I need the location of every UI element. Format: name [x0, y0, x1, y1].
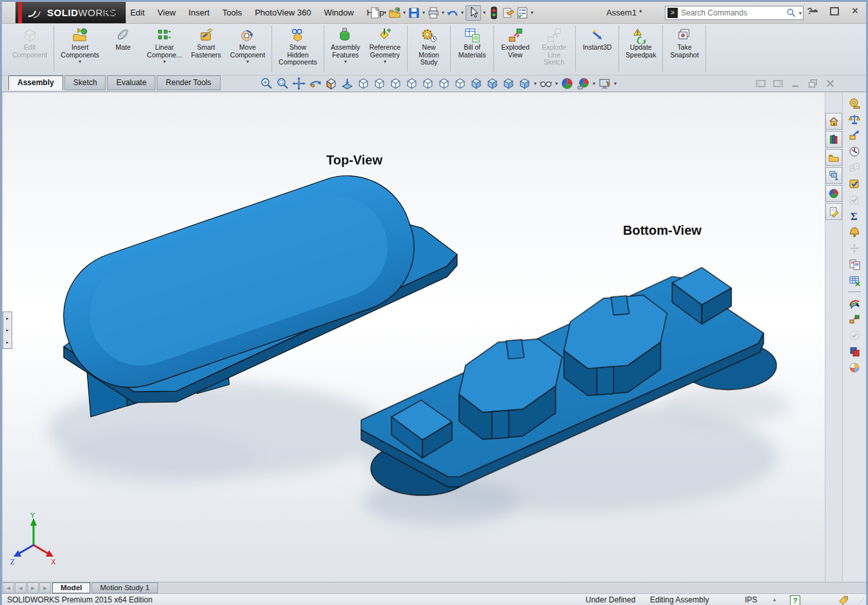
rebuild-traffic-light-button[interactable] — [488, 6, 500, 19]
search-commands-box[interactable]: > ▾ — [665, 6, 804, 20]
units-caret-icon[interactable]: ▴ — [773, 597, 776, 602]
undo-caret-icon[interactable]: ▾ — [461, 10, 464, 15]
shaded-cube-button[interactable] — [518, 77, 531, 90]
measure-tape-button[interactable] — [847, 96, 862, 110]
color-squares-button[interactable] — [847, 344, 862, 359]
shaded-cube-button[interactable] — [469, 77, 483, 90]
tab-assembly[interactable]: Assembly — [8, 75, 63, 90]
close-button[interactable]: × — [848, 5, 862, 17]
hide-show-glasses-caret-icon[interactable]: ▾ — [555, 81, 558, 86]
mate-button[interactable]: Mate — [104, 25, 143, 52]
menu-item-photoview-360[interactable]: PhotoView 360 — [248, 8, 317, 17]
minimize-button[interactable] — [807, 5, 821, 17]
assembly-scene[interactable] — [3, 92, 825, 581]
search-input[interactable] — [680, 8, 786, 18]
scene-ball-caret-icon[interactable]: ▾ — [593, 81, 595, 86]
file-properties-button[interactable] — [502, 6, 515, 19]
zoom-to-fit-button[interactable] — [260, 77, 273, 90]
dropdown-caret-icon[interactable]: ▾ — [246, 59, 249, 64]
win-min-button[interactable] — [789, 77, 802, 92]
hide-show-glasses-button[interactable] — [539, 77, 553, 90]
search-icon[interactable] — [786, 8, 796, 18]
smart-fasteners-button[interactable]: SmartFasteners — [186, 25, 226, 59]
insert-components-button[interactable]: InsertComponents▾ — [56, 25, 104, 64]
next-tab-button[interactable]: ▶ — [27, 582, 39, 593]
view-cube-button[interactable] — [373, 77, 386, 90]
task-pane-tab-design-library-books[interactable] — [825, 131, 842, 148]
shaded-cube-button[interactable] — [486, 77, 499, 90]
show-hidden-components-button[interactable]: ShowHiddenComponents — [274, 25, 322, 66]
multi-sphere-button[interactable] — [847, 361, 862, 375]
new-motion-study-button[interactable]: NewMotionStudy — [409, 25, 448, 66]
units-selector[interactable]: IPS — [745, 595, 757, 604]
prev-tab-button[interactable]: ◀ — [15, 582, 26, 593]
move-component-button[interactable]: MoveComponent▾ — [226, 25, 270, 64]
task-pane-tab-custom-properties-page[interactable] — [825, 203, 842, 220]
last-tab-button[interactable]: ▶ — [39, 582, 51, 593]
mass-properties-scale-button[interactable] — [847, 112, 862, 126]
view-settings-monitor-caret-icon[interactable]: ▾ — [614, 81, 616, 86]
alarm-bell-button[interactable] — [847, 225, 862, 239]
performance-clock-button[interactable] — [847, 144, 862, 159]
reference-geometry-button[interactable]: ReferenceGeometry▾ — [365, 25, 405, 64]
task-pane-tab-appearances-ball[interactable] — [825, 185, 842, 202]
equations-sigma-button[interactable]: Σ — [847, 209, 862, 223]
menu-item-file[interactable]: File — [97, 8, 124, 17]
print-button[interactable] — [427, 6, 440, 19]
bill-of-materials-button[interactable]: Bill ofMaterials — [453, 25, 491, 59]
shaded-cube-button[interactable] — [502, 77, 515, 90]
check-document-button[interactable] — [847, 177, 862, 191]
search-caret-icon[interactable]: ▾ — [799, 10, 802, 16]
take-snapshot-button[interactable]: TakeSnapshot — [665, 25, 704, 59]
undo-button[interactable] — [446, 6, 459, 19]
tab-render-tools[interactable]: Render Tools — [157, 75, 221, 90]
normal-to-button[interactable] — [340, 77, 354, 90]
dropdown-caret-icon[interactable]: ▾ — [79, 59, 81, 64]
view-cube-button[interactable] — [453, 77, 467, 90]
doc-tab-model[interactable]: Model — [52, 582, 90, 593]
tag-icon[interactable] — [838, 595, 849, 605]
tab-sketch[interactable]: Sketch — [64, 75, 106, 90]
split-pane-right-button[interactable] — [772, 77, 784, 92]
view-cube-button[interactable] — [389, 77, 402, 90]
instant3d-button[interactable]: Instant3D — [578, 25, 616, 52]
open-folder-button[interactable] — [388, 6, 401, 19]
resize-grip[interactable]: ⋰ — [858, 597, 865, 604]
pan-button[interactable] — [292, 77, 306, 90]
menu-item-window[interactable]: Window — [317, 8, 360, 17]
open-folder-caret-icon[interactable]: ▾ — [403, 10, 406, 15]
doc-tab-motion-study-1[interactable]: Motion Study 1 — [92, 582, 158, 593]
view-cube-button[interactable] — [405, 77, 419, 90]
task-pane-tab-file-explorer-folder[interactable] — [825, 149, 842, 166]
dropdown-caret-icon[interactable]: ▾ — [384, 59, 386, 64]
dropdown-caret-icon[interactable]: ▾ — [163, 59, 166, 64]
tab-evaluate[interactable]: Evaluate — [107, 75, 155, 90]
exploded-blocks-button[interactable] — [847, 312, 862, 326]
dropdown-caret-icon[interactable]: ▾ — [344, 59, 347, 64]
save-caret-icon[interactable]: ▾ — [422, 10, 425, 15]
restore-button[interactable] — [827, 5, 842, 17]
view-cube-button[interactable] — [421, 77, 435, 90]
appearance-brush-button[interactable] — [847, 296, 862, 310]
select-cursor-caret-icon[interactable]: ▾ — [483, 10, 486, 15]
appearance-ball-button[interactable] — [560, 77, 574, 90]
win-restore-button[interactable] — [807, 77, 819, 92]
shaded-cube-caret-icon[interactable]: ▾ — [534, 81, 537, 86]
task-pane-tab-solidworks-resources-home[interactable] — [825, 113, 842, 130]
menu-item-edit[interactable]: Edit — [124, 8, 151, 17]
rotate-view-button[interactable] — [308, 77, 322, 90]
model-top-view[interactable] — [46, 158, 457, 417]
view-settings-monitor-button[interactable] — [598, 77, 611, 90]
quick-tips-icon[interactable]: ? — [790, 595, 800, 605]
menu-item-view[interactable]: View — [151, 8, 182, 17]
task-pane-tab-view-palette[interactable] — [825, 167, 842, 184]
new-document-button[interactable] — [369, 6, 382, 19]
scene-ball-button[interactable] — [577, 77, 590, 90]
feature-manager-flyout[interactable]: ▸▸▸ — [3, 312, 12, 349]
update-speedpak-button[interactable]: UpdateSpeedpak — [621, 25, 660, 59]
view-cube-button[interactable] — [437, 77, 451, 90]
new-document-caret-icon[interactable]: ▾ — [384, 10, 386, 15]
graphics-viewport[interactable]: Top-View Bottom-View ▸▸▸ Y X Z — [2, 92, 825, 582]
options-list-caret-icon[interactable]: ▾ — [531, 10, 533, 15]
compare-documents-button[interactable] — [847, 257, 862, 272]
